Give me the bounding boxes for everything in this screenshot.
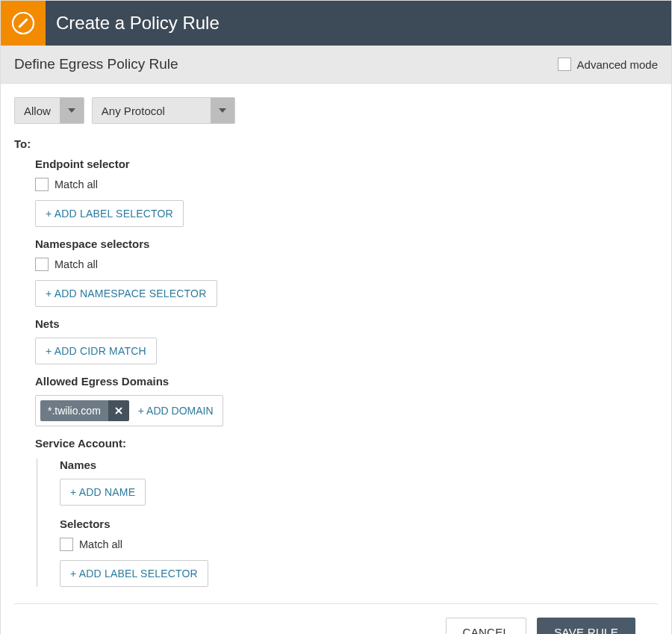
- action-select[interactable]: Allow: [14, 97, 84, 124]
- modal-subheader: Define Egress Policy Rule Advanced mode: [1, 46, 671, 84]
- endpoint-match-all-label: Match all: [55, 178, 98, 190]
- add-label-selector-button[interactable]: + ADD LABEL SELECTOR: [35, 200, 184, 227]
- svc-match-all-label: Match all: [79, 538, 122, 550]
- add-name-button[interactable]: + ADD NAME: [60, 479, 146, 506]
- svc-names-title: Names: [60, 459, 658, 471]
- modal-header: Create a Policy Rule: [1, 1, 671, 46]
- svc-match-all-checkbox[interactable]: [60, 538, 73, 551]
- service-account-section: Names + ADD NAME Selectors Match all + A…: [37, 459, 658, 587]
- add-domain-button[interactable]: + ADD DOMAIN: [134, 405, 218, 417]
- advanced-mode-label: Advanced mode: [577, 58, 658, 71]
- allowed-egress-domains-title: Allowed Egress Domains: [35, 375, 658, 388]
- svc-match-all[interactable]: Match all: [60, 538, 658, 551]
- compass-icon: [1, 1, 46, 46]
- to-label: To:: [14, 137, 658, 150]
- to-section: Endpoint selector Match all + ADD LABEL …: [14, 158, 658, 587]
- endpoint-selector-title: Endpoint selector: [35, 158, 658, 170]
- domain-chip: *.twilio.com: [40, 400, 129, 421]
- domains-input[interactable]: *.twilio.com + ADD DOMAIN: [35, 395, 223, 426]
- namespace-match-all-label: Match all: [55, 258, 98, 270]
- add-cidr-match-button[interactable]: + ADD CIDR MATCH: [35, 338, 157, 364]
- endpoint-match-all-checkbox[interactable]: [35, 178, 49, 191]
- subheader-title: Define Egress Policy Rule: [14, 56, 178, 72]
- domain-chip-remove-icon[interactable]: [108, 400, 129, 421]
- namespace-match-all-checkbox[interactable]: [35, 258, 49, 271]
- modal-title: Create a Policy Rule: [46, 1, 220, 46]
- chevron-down-icon: [60, 98, 84, 123]
- rule-top-row: Allow Any Protocol: [14, 97, 658, 124]
- domain-chip-text: *.twilio.com: [40, 400, 108, 421]
- endpoint-match-all[interactable]: Match all: [35, 178, 658, 191]
- modal-body: Allow Any Protocol To: Endpoint selector…: [1, 84, 671, 634]
- namespace-match-all[interactable]: Match all: [35, 258, 658, 271]
- namespace-selectors-title: Namespace selectors: [35, 237, 658, 250]
- protocol-select[interactable]: Any Protocol: [92, 97, 235, 124]
- action-select-value: Allow: [15, 98, 60, 123]
- advanced-mode-toggle[interactable]: Advanced mode: [558, 58, 658, 71]
- advanced-mode-checkbox[interactable]: [558, 58, 571, 71]
- save-rule-button[interactable]: SAVE RULE: [537, 618, 635, 634]
- protocol-select-value: Any Protocol: [93, 98, 211, 123]
- svc-selectors-title: Selectors: [60, 518, 658, 530]
- modal-footer: CANCEL SAVE RULE: [14, 603, 658, 634]
- nets-title: Nets: [35, 317, 658, 330]
- chevron-down-icon: [211, 98, 234, 123]
- create-policy-rule-modal: Create a Policy Rule Define Egress Polic…: [0, 0, 672, 634]
- cancel-button[interactable]: CANCEL: [446, 618, 527, 634]
- svc-add-label-selector-button[interactable]: + ADD LABEL SELECTOR: [60, 560, 208, 587]
- add-namespace-selector-button[interactable]: + ADD NAMESPACE SELECTOR: [35, 280, 217, 307]
- service-account-title: Service Account:: [35, 437, 658, 450]
